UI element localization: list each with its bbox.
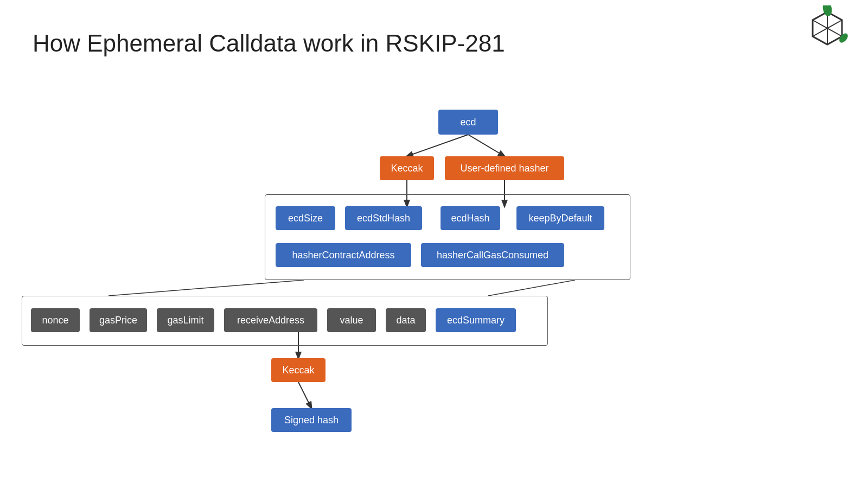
node-ecdsize: ecdSize: [276, 206, 335, 230]
node-value: value: [327, 308, 376, 332]
svg-line-6: [407, 135, 468, 156]
node-ecdstdhash: ecdStdHash: [345, 206, 422, 230]
svg-line-7: [468, 135, 505, 156]
node-keccak1: Keccak: [380, 156, 434, 180]
svg-line-10: [108, 280, 304, 296]
node-ecdsummary: ecdSummary: [436, 308, 516, 332]
node-receiveaddress: receiveAddress: [224, 308, 317, 332]
svg-line-13: [298, 382, 311, 408]
node-gasprice: gasPrice: [90, 308, 147, 332]
node-ecd: ecd: [438, 110, 498, 135]
node-hashercontractaddress: hasherContractAddress: [276, 243, 411, 267]
node-hashercallgasconsumed: hasherCallGasConsumed: [421, 243, 564, 267]
logo-icon: [803, 5, 852, 54]
page-title: How Ephemeral Calldata work in RSKIP-281: [33, 30, 505, 57]
node-signed-hash: Signed hash: [271, 408, 352, 432]
node-user-hasher: User-defined hasher: [445, 156, 564, 180]
svg-line-11: [488, 280, 575, 296]
node-keccak2: Keccak: [271, 358, 326, 382]
node-keepbydefault: keepByDefault: [516, 206, 604, 230]
diagram: ecd Keccak User-defined hasher ecdSize e…: [0, 92, 868, 478]
node-ecdhash: ecdHash: [441, 206, 500, 230]
diagram-svg: [0, 92, 868, 478]
svg-point-4: [822, 5, 833, 17]
node-nonce: nonce: [31, 308, 80, 332]
node-gaslimit: gasLimit: [157, 308, 214, 332]
node-data: data: [386, 308, 426, 332]
